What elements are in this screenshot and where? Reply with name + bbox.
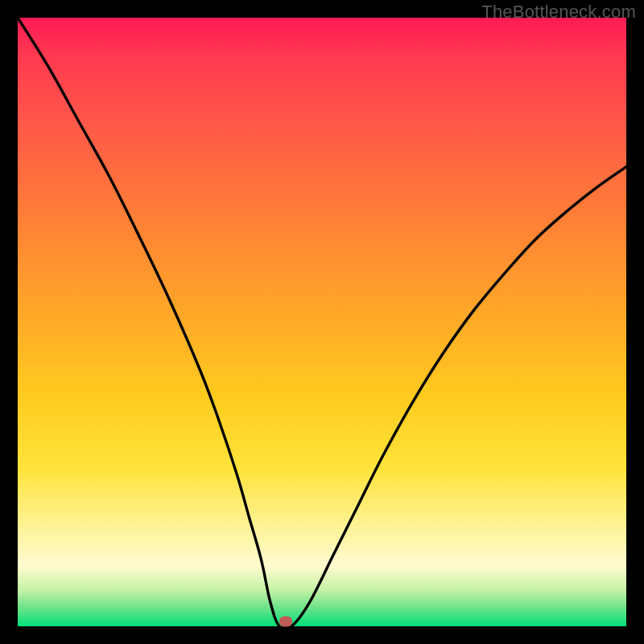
plot-area: [18, 18, 626, 626]
chart-frame: TheBottleneck.com: [0, 0, 644, 644]
curve-path: [18, 18, 626, 630]
bottleneck-curve: [18, 18, 626, 626]
optimal-point-marker: [279, 616, 292, 626]
